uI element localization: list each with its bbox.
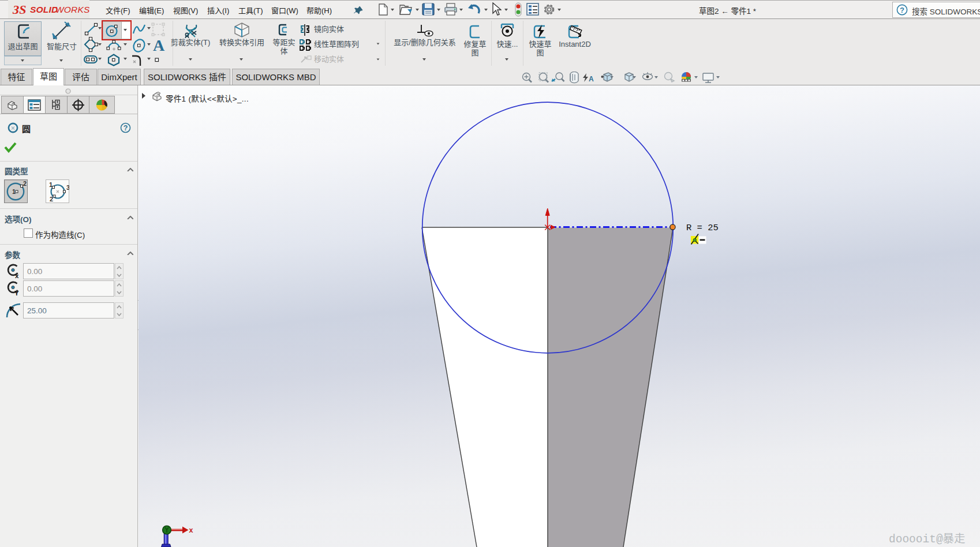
svg-text:3: 3 — [66, 184, 69, 191]
svg-text:A: A — [589, 75, 594, 83]
svg-text:?: ? — [124, 124, 128, 132]
svg-text:SOLID: SOLID — [30, 5, 58, 14]
svg-text:2: 2 — [23, 180, 27, 187]
svg-text:2: 2 — [50, 196, 53, 203]
svg-text:1: 1 — [49, 181, 53, 188]
svg-text:Y: Y — [14, 290, 19, 296]
svg-text:A: A — [153, 37, 165, 53]
svg-text:R = 25: R = 25 — [686, 223, 719, 233]
svg-text:WORKS: WORKS — [55, 5, 89, 14]
svg-text:x: x — [15, 272, 19, 279]
svg-text:ЗS: ЗS — [12, 2, 26, 17]
svg-text:X: X — [189, 527, 193, 534]
svg-text:?: ? — [900, 6, 904, 14]
svg-text:1: 1 — [12, 188, 16, 195]
